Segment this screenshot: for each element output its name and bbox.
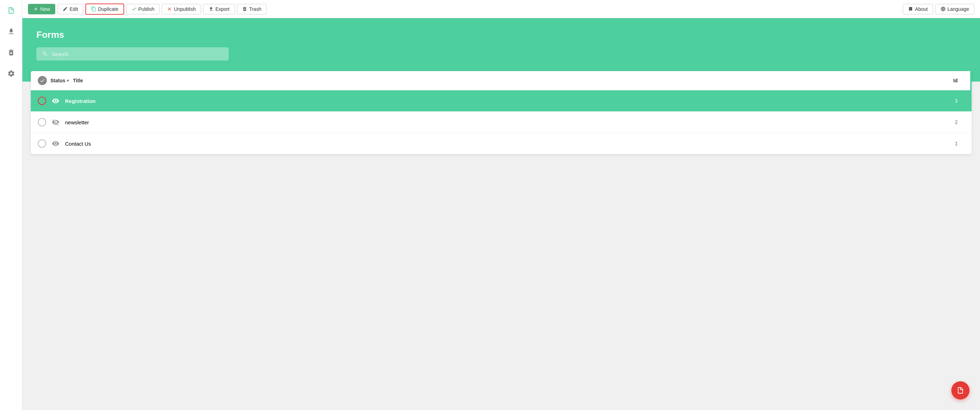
row-title: Registration bbox=[65, 98, 955, 104]
row-checkbox[interactable] bbox=[38, 97, 46, 105]
unpublish-button[interactable]: Unpublish bbox=[162, 4, 201, 14]
row-id: 2 bbox=[955, 120, 965, 125]
duplicate-button[interactable]: Duplicate bbox=[85, 3, 124, 15]
row-checkbox[interactable] bbox=[38, 139, 46, 148]
about-button[interactable]: About bbox=[903, 4, 933, 14]
page-title: Forms bbox=[37, 29, 966, 40]
trash-button[interactable]: Trash bbox=[237, 4, 267, 14]
search-icon bbox=[42, 51, 48, 57]
sidebar-item-document[interactable] bbox=[5, 4, 18, 17]
title-column-header: Title bbox=[73, 78, 83, 83]
sidebar-item-download[interactable] bbox=[5, 25, 18, 38]
toolbar: New Edit Duplicate Publish Unpublish Exp… bbox=[22, 0, 980, 18]
main-area: New Edit Duplicate Publish Unpublish Exp… bbox=[22, 0, 980, 410]
edit-button[interactable]: Edit bbox=[57, 4, 83, 14]
row-checkbox[interactable] bbox=[38, 118, 46, 126]
select-all-checkbox[interactable] bbox=[38, 76, 47, 85]
sidebar-item-settings[interactable] bbox=[5, 67, 18, 80]
search-box[interactable] bbox=[37, 47, 229, 61]
fab-button[interactable] bbox=[951, 381, 969, 399]
content: Forms Status ▾ Title Id bbox=[22, 18, 980, 410]
visible-icon bbox=[52, 140, 59, 147]
visible-icon bbox=[52, 97, 59, 105]
sidebar-item-trash[interactable] bbox=[5, 46, 18, 59]
table-row[interactable]: newsletter 2 bbox=[31, 112, 972, 133]
toolbar-right: About Language bbox=[903, 4, 974, 14]
fab-icon bbox=[956, 386, 964, 394]
status-dropdown-arrow[interactable]: ▾ bbox=[67, 78, 69, 83]
row-title: Contact Us bbox=[65, 141, 955, 147]
row-id: 3 bbox=[955, 98, 965, 104]
id-column-header: Id bbox=[953, 78, 965, 83]
search-input[interactable] bbox=[52, 51, 223, 57]
forms-table: Status ▾ Title Id Registration 3 bbox=[31, 71, 972, 154]
status-column-header[interactable]: Status ▾ bbox=[50, 78, 69, 83]
table-header: Status ▾ Title Id bbox=[31, 71, 972, 90]
sidebar bbox=[0, 0, 22, 410]
hidden-icon bbox=[52, 118, 59, 126]
language-button[interactable]: Language bbox=[935, 4, 974, 14]
row-title: newsletter bbox=[65, 120, 955, 125]
export-button[interactable]: Export bbox=[203, 4, 235, 14]
table-row[interactable]: Contact Us 1 bbox=[31, 133, 972, 154]
scroll-indicator bbox=[970, 71, 972, 92]
table-row[interactable]: Registration 3 bbox=[31, 90, 972, 112]
publish-button[interactable]: Publish bbox=[126, 4, 160, 14]
new-button[interactable]: New bbox=[28, 4, 55, 14]
row-id: 1 bbox=[955, 141, 965, 146]
